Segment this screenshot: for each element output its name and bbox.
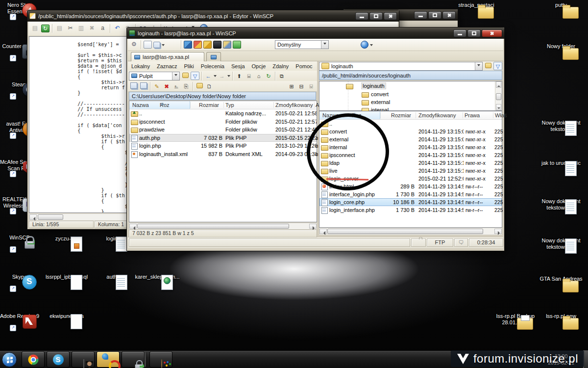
paste-icon[interactable]: ▥ — [76, 24, 86, 33]
expand-icon[interactable]: ⊞ — [287, 82, 296, 90]
column-header-type[interactable]: Typ — [225, 102, 234, 109]
globe-dropdown-arrow[interactable] — [370, 44, 373, 48]
tree-node[interactable]: convert — [362, 91, 389, 97]
desktop-icon[interactable]: zyczu-mc — [44, 236, 89, 242]
scroll-right-arrow[interactable] — [494, 229, 502, 234]
back-icon[interactable]: ← — [204, 72, 213, 80]
remote-hscrollbar[interactable] — [319, 228, 502, 235]
scroll-left-arrow[interactable] — [319, 229, 327, 234]
forward-icon[interactable]: → — [218, 72, 226, 80]
new-file-icon[interactable]: 🗋 — [205, 82, 214, 90]
local-file-row[interactable]: .. Katalog nadrzę... 2015-02-21 12:58:32 — [129, 109, 317, 118]
column-header-size[interactable]: Rozmiar — [199, 102, 219, 109]
sync-browsing-icon[interactable] — [361, 41, 368, 49]
copy-icon[interactable] — [129, 82, 138, 90]
transfer-settings-icon[interactable] — [203, 41, 212, 49]
desktop-icon[interactable]: stracja_postaci — [454, 2, 499, 8]
local-file-row[interactable]: prawdziwe Folder plików 2015-02-21 12:45… — [129, 126, 317, 134]
scroll-thumb[interactable] — [327, 229, 483, 234]
menu-item[interactable]: Pliki — [181, 62, 197, 71]
collapse-icon[interactable]: ⊟ — [297, 82, 306, 90]
column-header-perms[interactable]: Prawa — [465, 112, 480, 119]
column-header-modified[interactable]: Zmodyfikowany — [418, 112, 456, 119]
close-button[interactable] — [384, 12, 397, 20]
home-directory-icon[interactable]: ⌂ — [254, 72, 263, 80]
scroll-left-arrow[interactable] — [29, 214, 37, 220]
combo-dropdown-icon[interactable] — [172, 72, 179, 80]
authentication-icon[interactable] — [223, 41, 231, 49]
local-list-header[interactable]: Nazwa Roz Rozmiar Typ Zmodyfikowany A — [129, 101, 317, 109]
delete-icon[interactable]: ✖ — [87, 24, 97, 33]
scroll-left-arrow[interactable] — [129, 224, 137, 229]
taskbar-game-button[interactable] — [72, 351, 95, 368]
taskbar-winscp-button[interactable] — [122, 351, 145, 368]
local-hscrollbar[interactable] — [129, 223, 317, 230]
menu-item[interactable]: Lokalny — [128, 62, 153, 71]
transfer-profile-combo[interactable]: Domyślny — [275, 40, 329, 49]
select-all-icon[interactable]: a — [98, 24, 107, 33]
filter-toggle-icon[interactable]: ⍌ — [307, 82, 316, 90]
local-path-bar[interactable]: C:\Users\user\Desktop\Nowy folder\Nowy f… — [129, 92, 316, 100]
session-log-icon[interactable] — [144, 41, 152, 49]
column-header-owner[interactable]: Właś — [495, 112, 507, 119]
remote-path-bar[interactable]: /public_html/admin/sources/loginauth — [319, 71, 502, 80]
minimize-button[interactable] — [355, 12, 368, 20]
scroll-thumb[interactable] — [137, 224, 289, 229]
transfer-resume-icon[interactable] — [233, 41, 241, 49]
taskbar-skype-button[interactable]: S — [47, 351, 70, 368]
desktop-icon[interactable]: Nowy dokument tekstowy (2) — [539, 198, 584, 211]
menu-item[interactable]: Sesja — [228, 62, 248, 71]
synchronize-icon[interactable] — [184, 41, 192, 49]
queue-icon[interactable] — [153, 42, 160, 48]
close-button[interactable] — [442, 11, 456, 19]
desktop-icon[interactable]: lssrppl_ipb (1).sql — [44, 274, 89, 280]
open-directory-icon[interactable] — [484, 62, 492, 70]
open-directory-icon[interactable] — [181, 72, 190, 80]
menu-item[interactable]: Polecenia — [197, 62, 228, 71]
minimize-button[interactable] — [414, 11, 427, 19]
properties-icon[interactable]: ⎘ — [182, 82, 191, 90]
desktop-icon[interactable]: Nowy dokument tekstowy (3) — [539, 237, 584, 250]
filter-icon[interactable]: ▽ — [191, 72, 199, 80]
remote-file-row[interactable]: interface_login.php 1 730 B 2014-11-29 1… — [319, 190, 502, 198]
toolbar-dropdown-arrow[interactable] — [162, 44, 165, 48]
remote-directory-combo[interactable]: loginauth — [319, 62, 483, 71]
desktop-icon[interactable]: ekwipunek.lua — [44, 313, 89, 319]
column-header-name[interactable]: Nazwa — [132, 102, 149, 109]
tree-node-root[interactable]: loginauth — [346, 83, 386, 89]
console-indicator-icon[interactable]: 🗨 — [454, 238, 468, 247]
local-file-row[interactable]: ipsconnect Folder plików 2015-02-21 12:5… — [129, 118, 317, 126]
desktop-icon[interactable]: GTA San Andreas — [539, 276, 584, 282]
desktop-icon[interactable]: putty — [539, 2, 584, 8]
save-icon[interactable]: ▤ — [30, 24, 40, 33]
delete-icon[interactable]: ✖ — [162, 82, 171, 90]
minimize-button[interactable] — [453, 29, 466, 37]
desktop-icon[interactable]: lss-rp.pl new — [539, 313, 584, 319]
undo-icon[interactable]: ↶ — [113, 24, 122, 33]
root-directory-icon[interactable]: ⌸ — [245, 72, 253, 80]
editor-titlebar[interactable]: /public_html/admin/sources/loginauth/ips… — [27, 10, 399, 22]
tree-vscrollbar[interactable] — [495, 81, 502, 110]
combo-dropdown-icon[interactable] — [475, 62, 482, 70]
menu-item[interactable]: Zdalny — [269, 62, 292, 71]
scroll-up-arrow[interactable] — [496, 81, 501, 88]
taskbar-paint-button[interactable] — [149, 351, 172, 368]
desktop-icon[interactable]: WinSCP — [0, 235, 42, 241]
winscp-titlebar[interactable]: loginauth - lasrp@las-rp.xaa.pl - WinSCP — [127, 27, 504, 39]
preferences-icon[interactable]: ⚙ — [130, 41, 138, 49]
tray-clock[interactable]: 13:00 2015-02-21 — [548, 353, 574, 366]
taskbar-active-app-button[interactable] — [97, 351, 120, 368]
close-button[interactable] — [482, 29, 502, 37]
new-session-tab[interactable] — [206, 52, 221, 61]
scroll-right-arrow[interactable] — [309, 224, 317, 229]
duplicate-icon[interactable] — [139, 82, 148, 90]
edit-icon[interactable]: ✎ — [152, 82, 161, 90]
tree-node[interactable]: external — [362, 99, 390, 105]
cut-icon[interactable]: ✂ — [66, 24, 75, 33]
local-file-row[interactable]: login.php 15 982 B Plik PHP 2013-10-29 1… — [129, 142, 317, 150]
combo-dropdown-icon[interactable] — [321, 41, 328, 49]
desktop-icon[interactable]: auth — [89, 274, 134, 280]
parent-directory-icon[interactable]: ⬆ — [235, 72, 244, 80]
scroll-down-arrow[interactable] — [496, 104, 501, 110]
reload-icon[interactable]: ↻ — [41, 25, 49, 32]
